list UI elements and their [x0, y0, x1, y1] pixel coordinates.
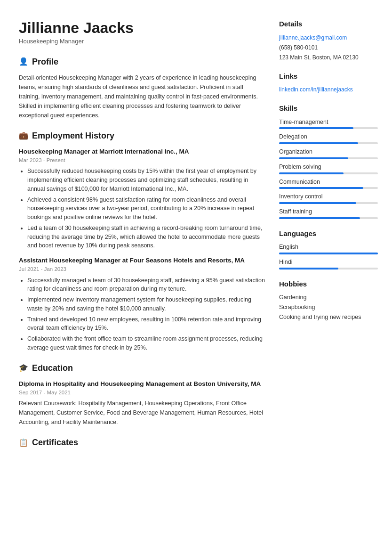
lang-1-bar-bg — [279, 268, 378, 269]
details-title: Details — [279, 19, 378, 30]
hobby-0: Gardening — [279, 293, 378, 302]
skill-0-bar-fill — [279, 127, 353, 129]
hobby-2: Cooking and trying new recipes — [279, 313, 378, 322]
profile-section: 👤 Profile Detail-oriented Housekeeping M… — [19, 56, 265, 120]
hobby-1: Scrapbooking — [279, 303, 378, 312]
languages-section: Languages English Hindi — [279, 229, 378, 269]
links-section: Links linkedin.com/in/jilliannejaacks — [279, 71, 378, 94]
skill-4-bar-bg — [279, 187, 378, 189]
skill-6-bar-bg — [279, 217, 378, 219]
skill-3-bar-fill — [279, 172, 344, 174]
skills-section: Skills Time-management Delegation Organi… — [279, 103, 378, 219]
links-title: Links — [279, 71, 378, 82]
skill-5: Inventory control — [279, 192, 378, 204]
skill-6: Staff training — [279, 207, 378, 219]
skill-6-name: Staff training — [279, 207, 378, 216]
skill-4-name: Communication — [279, 178, 378, 187]
hobbies-title: Hobbies — [279, 279, 378, 290]
lang-0-name: English — [279, 243, 378, 252]
job-title: Housekeeping Manager — [19, 37, 265, 46]
lang-0-bar-fill — [279, 253, 378, 254]
full-name: Jillianne Jaacks — [19, 19, 265, 37]
skill-0-name: Time-management — [279, 118, 378, 127]
job-0: Housekeeping Manager at Marriott Interna… — [19, 147, 265, 250]
job-0-title: Housekeeping Manager at Marriott Interna… — [19, 147, 265, 156]
employment-header: 💼 Employment History — [19, 130, 265, 142]
job-1-date: Jul 2021 - Jan 2023 — [19, 265, 265, 273]
list-item: Implemented new inventory management sys… — [27, 295, 265, 313]
skill-4-bar-fill — [279, 187, 363, 189]
skill-1-bar-bg — [279, 142, 378, 144]
skill-2: Organization — [279, 147, 378, 159]
education-label: Education — [32, 362, 73, 375]
certificates-icon: 📋 — [19, 437, 28, 449]
languages-title: Languages — [279, 229, 378, 239]
profile-icon: 👤 — [19, 56, 28, 67]
job-1-bullets: Successfully managed a team of 30 housek… — [19, 276, 265, 352]
lang-0: English — [279, 243, 378, 254]
employment-section: 💼 Employment History Housekeeping Manage… — [19, 130, 265, 352]
skill-0-bar-bg — [279, 127, 378, 129]
edu-0-title: Diploma in Hospitality and Housekeeping … — [19, 379, 265, 389]
linkedin-link[interactable]: linkedin.com/in/jilliannejaacks — [279, 85, 378, 94]
list-item: Led a team of 30 housekeeping staff in a… — [27, 224, 265, 250]
address: 123 Main St, Boston, MA 02130 — [279, 53, 378, 62]
right-panel: Details jillianne.jaacks@gmail.com (658)… — [279, 19, 378, 536]
edu-0: Diploma in Hospitality and Housekeeping … — [19, 379, 265, 427]
skill-5-bar-fill — [279, 202, 356, 204]
skill-2-bar-fill — [279, 157, 348, 159]
certificates-section: 📋 Certificates — [19, 436, 265, 449]
lang-1-name: Hindi — [279, 258, 378, 267]
certificates-label: Certificates — [32, 436, 78, 449]
skill-2-name: Organization — [279, 147, 378, 156]
edu-0-text: Relevant Coursework: Hospitality Managem… — [19, 399, 265, 427]
skill-1: Delegation — [279, 132, 378, 144]
list-item: Collaborated with the front office team … — [27, 335, 265, 352]
list-item: Achieved a consistent 98% guest satisfac… — [27, 196, 265, 222]
profile-header: 👤 Profile — [19, 56, 265, 68]
skill-5-name: Inventory control — [279, 192, 378, 201]
hobbies-section: Hobbies Gardening Scrapbooking Cooking a… — [279, 279, 378, 322]
list-item: Successfully reduced housekeeping costs … — [27, 167, 265, 193]
skill-6-bar-fill — [279, 217, 360, 219]
list-item: Successfully managed a team of 30 housek… — [27, 276, 265, 294]
employment-icon: 💼 — [19, 130, 28, 141]
job-1-title: Assistant Housekeeping Manager at Four S… — [19, 256, 265, 265]
skill-2-bar-bg — [279, 157, 378, 159]
skills-title: Skills — [279, 103, 378, 114]
lang-1: Hindi — [279, 258, 378, 269]
skill-1-bar-fill — [279, 142, 358, 144]
skill-3: Problem-solving — [279, 163, 378, 174]
list-item: Trained and developed 10 new employees, … — [27, 315, 265, 333]
lang-1-bar-fill — [279, 268, 338, 269]
job-0-date: Mar 2023 - Present — [19, 156, 265, 164]
education-section: 🎓 Education Diploma in Hospitality and H… — [19, 362, 265, 427]
job-0-bullets: Successfully reduced housekeeping costs … — [19, 167, 265, 250]
details-section: Details jillianne.jaacks@gmail.com (658)… — [279, 19, 378, 62]
employment-label: Employment History — [32, 130, 114, 142]
resume-header: Jillianne Jaacks Housekeeping Manager — [19, 19, 265, 46]
lang-0-bar-bg — [279, 253, 378, 254]
profile-label: Profile — [32, 56, 58, 68]
skill-1-name: Delegation — [279, 132, 378, 141]
education-header: 🎓 Education — [19, 362, 265, 375]
job-1: Assistant Housekeeping Manager at Four S… — [19, 256, 265, 352]
skill-3-bar-bg — [279, 172, 378, 174]
skill-3-name: Problem-solving — [279, 163, 378, 171]
skill-0: Time-management — [279, 118, 378, 130]
profile-text: Detail-oriented Housekeeping Manager wit… — [19, 73, 265, 120]
education-icon: 🎓 — [19, 362, 28, 374]
certificates-header: 📋 Certificates — [19, 436, 265, 449]
skill-4: Communication — [279, 178, 378, 189]
phone: (658) 580-0101 — [279, 43, 378, 52]
email-link[interactable]: jillianne.jaacks@gmail.com — [279, 33, 378, 42]
skill-5-bar-bg — [279, 202, 378, 204]
edu-0-date: Sep 2017 - May 2021 — [19, 389, 265, 397]
